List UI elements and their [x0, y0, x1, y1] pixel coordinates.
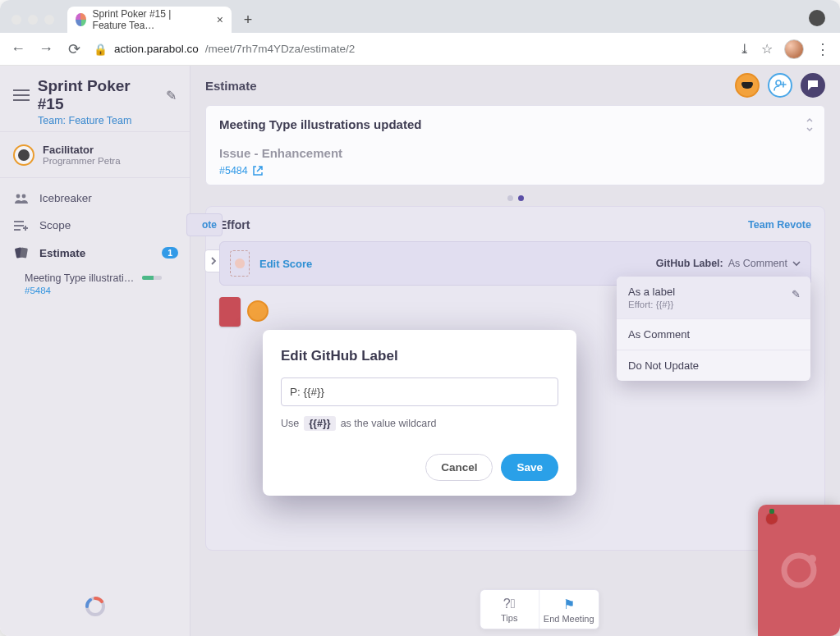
cards-icon [13, 246, 30, 259]
sidebar-story-item[interactable]: Meeting Type illustrati… #5484 [0, 267, 190, 300]
sidebar-item-icebreaker[interactable]: Icebreaker [0, 185, 190, 212]
menu-item-as-label[interactable]: As a label Effort: {{#}} ✎ [617, 277, 810, 319]
flag-icon: ⚑ [539, 597, 599, 612]
browser-tab[interactable]: Sprint Poker #15 | Feature Tea… × [67, 7, 232, 33]
team-link[interactable]: Team: Feature Team [38, 115, 177, 126]
sidebar-footer [0, 580, 190, 636]
sidebar-item-scope[interactable]: Scope [0, 212, 190, 239]
list-add-icon [13, 220, 30, 231]
url-host: action.parabol.co [114, 43, 199, 55]
external-link-icon [253, 166, 263, 176]
cancel-button[interactable]: Cancel [425, 454, 493, 481]
github-label-text: GitHub Label: [656, 258, 723, 269]
browser-toolbar: ← → ⟳ 🔒 action.parabol.co/meet/7rh7m4YDz… [0, 33, 840, 66]
add-participant-button[interactable] [768, 73, 792, 98]
extension-icon[interactable] [809, 10, 825, 26]
reload-icon[interactable]: ⟳ [66, 40, 82, 58]
svg-point-0 [16, 194, 21, 198]
menu-item-sub: Effort: {{#}} [628, 300, 799, 309]
meeting-footer: ?⃝ Tips ⚑ End Meeting [480, 589, 599, 629]
github-label-value: As Comment [728, 258, 787, 269]
forward-icon[interactable]: → [38, 40, 54, 57]
install-app-icon[interactable]: ⤓ [739, 41, 750, 57]
hint-text: Use {{#}} as the value wildcard [281, 416, 558, 431]
story-title: Meeting Type illustrations updated [219, 117, 811, 131]
lock-icon: 🔒 [94, 43, 108, 56]
favicon-icon [76, 13, 86, 26]
issue-link[interactable]: #5484 [219, 165, 811, 176]
profile-avatar[interactable] [784, 39, 804, 59]
browser-menu-icon[interactable]: ⋮ [815, 40, 830, 58]
sidebar-item-label: Estimate [39, 247, 85, 259]
sidebar-item-estimate[interactable]: Estimate 1 [0, 239, 190, 267]
menu-item-as-comment[interactable]: As Comment [617, 319, 810, 350]
facilitator-row: Facilitator Programmer Petra [0, 131, 190, 178]
svg-point-7 [808, 555, 816, 563]
story-subtitle: Issue - Enhancement [219, 146, 811, 160]
voter-avatar[interactable] [247, 300, 269, 322]
menu-item-do-not-update[interactable]: Do Not Update [617, 350, 810, 381]
sidebar: Sprint Poker #15 ✎ Team: Feature Team Fa… [0, 66, 190, 636]
score-bar: Edit Score GitHub Label: As Comment As a… [219, 241, 811, 286]
meeting-title: Sprint Poker #15 [38, 77, 159, 113]
team-revote-button[interactable]: Team Revote [748, 219, 811, 231]
save-button[interactable]: Save [501, 454, 558, 481]
vote-card[interactable] [219, 297, 241, 327]
page-title: Estimate [205, 79, 257, 93]
dot-icon[interactable] [507, 195, 513, 201]
menu-icon[interactable] [13, 89, 31, 101]
svg-point-5 [776, 80, 781, 85]
dot-icon[interactable] [518, 195, 524, 201]
story-title: Meeting Type illustrati… [25, 272, 134, 284]
dimension-title: Effort [219, 218, 250, 231]
vote-toggle-label[interactable]: ote [186, 213, 223, 236]
help-icon: ?⃝ [480, 597, 539, 611]
edit-label-icon[interactable]: ✎ [792, 288, 801, 300]
facilitator-avatar [13, 144, 34, 166]
address-bar[interactable]: 🔒 action.parabol.co/meet/7rh7m4YDza/esti… [94, 43, 728, 56]
chevron-down-icon [792, 258, 801, 269]
expand-collapse-icon[interactable] [805, 117, 815, 135]
facilitator-name: Programmer Petra [43, 156, 121, 166]
back-icon[interactable]: ← [10, 40, 26, 57]
browser-tabstrip: Sprint Poker #15 | Feature Tea… × + [0, 0, 840, 33]
progress-icon [142, 276, 162, 280]
discussion-button[interactable] [801, 73, 825, 98]
estimate-badge: 1 [162, 247, 178, 259]
github-label-selector[interactable]: GitHub Label: As Comment [656, 258, 801, 269]
sidebar-item-label: Icebreaker [39, 192, 92, 204]
wildcard-token: {{#}} [304, 416, 335, 431]
sidebar-item-label: Scope [39, 219, 71, 231]
score-card-icon [230, 250, 250, 277]
strawberry-icon [766, 513, 778, 524]
story-card: Meeting Type illustrations updated Issue… [205, 105, 825, 185]
topbar: Estimate [190, 66, 840, 105]
people-icon [13, 194, 30, 204]
window-controls [11, 15, 54, 25]
new-tab-button[interactable]: + [236, 8, 259, 31]
page-dots [190, 195, 840, 201]
bookmark-icon[interactable]: ☆ [761, 41, 773, 57]
edit-github-label-modal: Edit GitHub Label Use {{#}} as the value… [263, 330, 576, 496]
svg-point-1 [22, 194, 26, 198]
url-path: /meet/7rh7m4YDza/estimate/2 [205, 43, 355, 55]
facilitator-label: Facilitator [43, 144, 121, 156]
end-meeting-button[interactable]: ⚑ End Meeting [539, 590, 599, 629]
participant-avatar[interactable] [735, 73, 760, 98]
modal-title: Edit GitHub Label [281, 348, 558, 364]
parabol-logo-icon[interactable] [84, 595, 107, 618]
edit-score-button[interactable]: Edit Score [259, 258, 312, 270]
close-tab-icon[interactable]: × [217, 13, 223, 26]
poker-deck-peek[interactable] [758, 505, 840, 636]
menu-item-title: As a label [628, 286, 799, 298]
label-template-input[interactable] [281, 377, 558, 406]
tips-button[interactable]: ?⃝ Tips [480, 590, 539, 629]
edit-title-icon[interactable]: ✎ [166, 88, 177, 103]
story-issue: #5484 [25, 286, 177, 295]
github-label-menu: As a label Effort: {{#}} ✎ As Comment Do… [617, 277, 810, 381]
tab-title: Sprint Poker #15 | Feature Tea… [93, 8, 205, 31]
parabol-card-icon [776, 547, 822, 593]
